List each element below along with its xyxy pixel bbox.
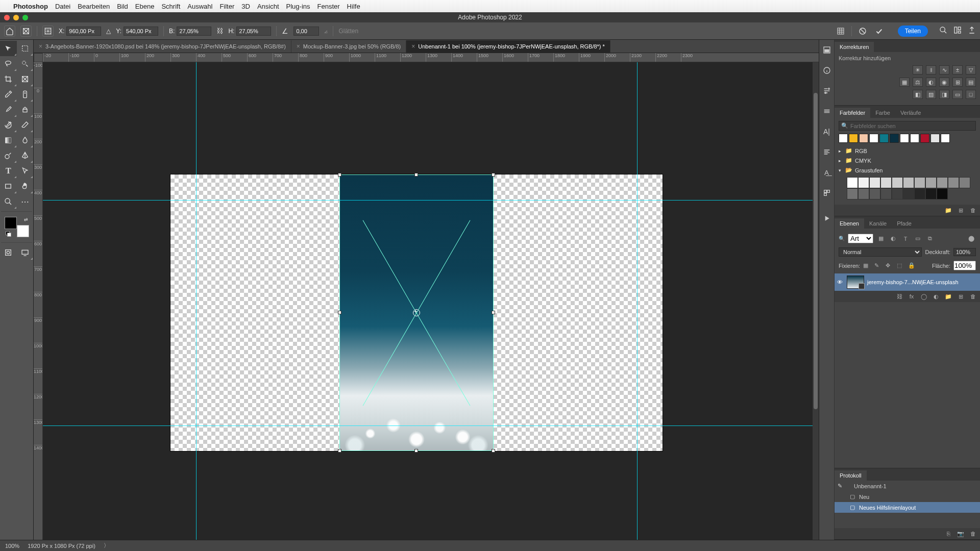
invert-icon[interactable]: ◧	[913, 90, 923, 99]
swatch[interactable]	[914, 177, 925, 188]
gradient-tool[interactable]	[0, 133, 17, 148]
swatch[interactable]	[900, 134, 909, 143]
history-source-icon[interactable]: ✎	[838, 483, 846, 489]
color-panel-icon[interactable]	[822, 45, 832, 55]
swatch[interactable]	[930, 134, 940, 143]
quick-select-tool[interactable]	[17, 56, 34, 71]
skew-icon[interactable]: ⦞	[324, 28, 328, 35]
cancel-transform-button[interactable]	[857, 26, 868, 37]
menu-fenster[interactable]: Fenster	[317, 3, 340, 10]
healing-brush-tool[interactable]	[17, 87, 34, 102]
gradients-tab[interactable]: Verläufe	[895, 108, 926, 118]
move-tool[interactable]	[0, 41, 17, 56]
document-canvas[interactable]	[170, 174, 663, 451]
delete-swatch-button[interactable]: 🗑	[969, 207, 977, 214]
vertical-scrollbar[interactable]	[813, 62, 819, 540]
background-color-swatch[interactable]	[17, 225, 29, 237]
swatch[interactable]	[869, 134, 878, 143]
add-mask-icon[interactable]: ◯	[920, 293, 928, 300]
threshold-icon[interactable]: ◨	[939, 90, 949, 99]
posterize-icon[interactable]: ▨	[926, 90, 936, 99]
dodge-tool[interactable]	[0, 148, 17, 163]
type-tool[interactable]: T	[0, 163, 17, 179]
swatch[interactable]	[880, 177, 892, 188]
foreground-color-swatch[interactable]	[5, 217, 17, 229]
maximize-window-button[interactable]	[22, 15, 28, 20]
swatch-folder-rgb[interactable]: ▸📁RGB	[839, 146, 976, 156]
new-layer-icon[interactable]: ⊞	[957, 293, 965, 300]
vertical-guide[interactable]	[637, 62, 638, 540]
menu-auswahl[interactable]: Auswahl	[187, 3, 212, 10]
status-bar-flyout-icon[interactable]: 〉	[104, 542, 109, 549]
minimize-window-button[interactable]	[13, 15, 19, 20]
menu-filter[interactable]: Filter	[219, 3, 234, 10]
swatch[interactable]	[914, 188, 925, 199]
warp-mode-icon[interactable]	[835, 26, 846, 37]
brightness-contrast-icon[interactable]: ☀	[913, 65, 923, 74]
ruler-origin[interactable]	[34, 53, 43, 62]
photo-filter-icon[interactable]: ◉	[939, 78, 949, 87]
close-window-button[interactable]	[4, 15, 10, 20]
document-tab[interactable]: ×Unbenannt-1 bei 100% (jeremy-bishop-7JP…	[406, 40, 610, 53]
layer-fx-icon[interactable]: fx	[908, 293, 916, 300]
swatch[interactable]	[847, 177, 858, 188]
frame-tool[interactable]	[17, 71, 34, 87]
pen-tool[interactable]	[17, 148, 34, 163]
clone-stamp-tool[interactable]	[17, 102, 34, 117]
layers-tab[interactable]: Ebenen	[835, 218, 864, 229]
edit-toolbar-button[interactable]: ⋯	[17, 194, 34, 209]
menu-hilfe[interactable]: Hilfe	[347, 3, 360, 10]
blur-tool[interactable]	[17, 133, 34, 148]
swatch[interactable]	[859, 134, 868, 143]
swatch[interactable]	[858, 177, 869, 188]
swatch[interactable]	[890, 134, 899, 143]
character-panel-icon[interactable]: A|	[822, 127, 832, 137]
app-name[interactable]: Photoshop	[13, 3, 48, 10]
new-adjustment-layer-icon[interactable]: ◐	[932, 293, 940, 300]
swatch[interactable]	[925, 188, 937, 199]
filter-type-icon[interactable]: T	[901, 235, 910, 243]
layer-thumbnail[interactable]	[847, 276, 864, 289]
history-state[interactable]: ▢ Neu	[835, 491, 980, 502]
history-tab[interactable]: Protokoll	[835, 470, 867, 481]
swatch[interactable]	[937, 177, 948, 188]
workspace-icon[interactable]	[953, 26, 962, 36]
swatch-folder-gray[interactable]: ▾📂Graustufen	[839, 165, 976, 175]
transform-controls-icon[interactable]	[20, 26, 32, 37]
glyphs-panel-icon[interactable]: A͟	[822, 167, 832, 178]
brush-tool[interactable]	[0, 102, 17, 117]
rectangle-tool[interactable]	[0, 179, 17, 194]
transform-w-input[interactable]	[177, 27, 211, 36]
history-document-row[interactable]: ✎ Unbenannt-1	[835, 481, 980, 491]
swatch[interactable]	[892, 188, 903, 199]
paths-tab[interactable]: Pfade	[892, 218, 917, 229]
swatch-folder-button[interactable]: 📁	[944, 207, 952, 214]
horizontal-guide[interactable]	[43, 425, 813, 426]
curves-icon[interactable]: ∿	[939, 65, 949, 74]
filter-adjustment-icon[interactable]: ◐	[889, 235, 898, 243]
swatches-tab[interactable]: Farbfelder	[835, 108, 870, 118]
zoom-level[interactable]: 100%	[5, 543, 19, 549]
swatch[interactable]	[937, 188, 948, 199]
swatch[interactable]	[858, 188, 869, 199]
color-balance-icon[interactable]: ⚖	[913, 78, 923, 87]
bw-icon[interactable]: ◐	[926, 78, 936, 87]
filter-shape-icon[interactable]: ▭	[913, 235, 922, 243]
doc-dimensions[interactable]: 1920 Px x 1080 Px (72 ppi)	[28, 543, 95, 549]
libraries-panel-icon[interactable]	[822, 106, 832, 116]
swatch[interactable]	[959, 177, 970, 188]
color-tab[interactable]: Farbe	[870, 108, 895, 118]
menu-ebene[interactable]: Ebene	[135, 3, 155, 10]
triangle-icon[interactable]: △	[106, 28, 111, 35]
default-colors-icon[interactable]	[6, 231, 11, 236]
eraser-tool[interactable]	[17, 117, 34, 133]
vertical-ruler[interactable]: -100010020030040050060070080090010001100…	[34, 62, 43, 540]
path-select-tool[interactable]	[17, 163, 34, 179]
hand-tool[interactable]	[17, 179, 34, 194]
link-layers-icon[interactable]: ⛓	[895, 293, 903, 300]
new-document-from-state-icon[interactable]: ⎘	[944, 530, 952, 537]
swatch[interactable]	[903, 177, 914, 188]
swatch[interactable]	[925, 177, 937, 188]
swatch[interactable]	[880, 188, 892, 199]
screen-mode-button[interactable]	[17, 245, 34, 260]
